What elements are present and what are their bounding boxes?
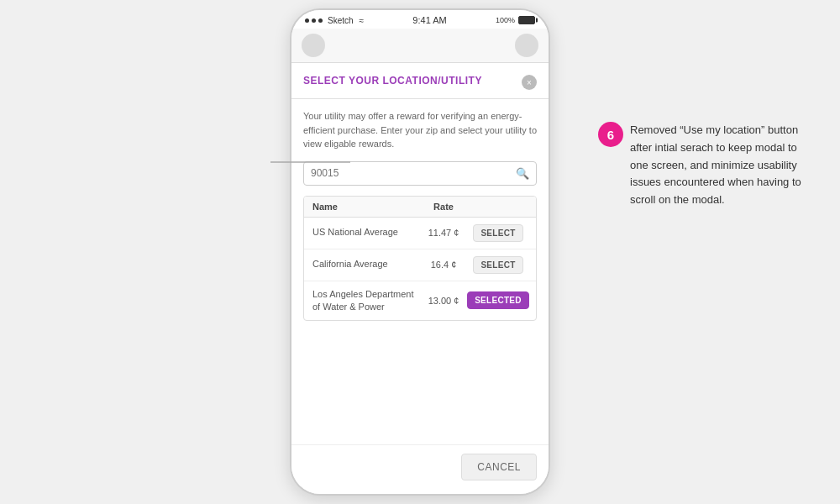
battery-pct: 100% [496,16,515,24]
search-icon: 🔍 [516,167,529,180]
status-bar: Sketch ≈ 9:41 AM 100% [291,10,549,29]
col-action-header [469,202,528,212]
app-logo [302,34,325,57]
right-status-icons: 100% [496,16,535,24]
page-wrapper: Sketch ≈ 9:41 AM 100% SELECT YOUR LOCATI… [0,0,840,504]
utility-name-1: US National Average [312,226,418,239]
modal-title: SELECT YOUR LOCATION/UTILITY [303,75,515,87]
modal-footer: CANCEL [291,444,549,494]
app-header [291,29,549,63]
annotation-block: 6 Removed “Use my location” button after… [598,122,815,209]
zip-search-input[interactable] [311,167,516,179]
table-row: California Average 16.4 ¢ SELECT [304,249,536,281]
modal-container: SELECT YOUR LOCATION/UTILITY × Your util… [291,63,549,494]
utility-rate-2: 16.4 ¢ [418,260,469,270]
sketch-label: Sketch [328,16,354,25]
cancel-button[interactable]: CANCEL [461,454,537,480]
modal-body: Your utility may offer a reward for veri… [291,99,549,444]
utility-action-3: SELECTED [469,291,528,309]
col-rate-header: Rate [418,202,469,212]
table-header: Name Rate [304,197,536,218]
annotation-text: Removed “Use my location” button after i… [630,122,815,209]
battery-icon [518,16,535,24]
utility-action-2: SELECT [469,256,528,274]
table-row: US National Average 11.47 ¢ SELECT [304,218,536,249]
select-button-1[interactable]: SELECT [473,224,522,242]
signal-dots: Sketch ≈ [305,16,364,25]
search-row: 🔍 [303,161,537,186]
selected-button-3[interactable]: SELECTED [467,291,529,309]
wifi-icon: ≈ [360,16,365,25]
col-name-header: Name [312,202,418,212]
modal-header: SELECT YOUR LOCATION/UTILITY × [291,63,549,99]
phone-frame: Sketch ≈ 9:41 AM 100% SELECT YOUR LOCATI… [290,8,550,496]
signal-dot-3 [318,18,323,23]
signal-dot-1 [305,18,309,23]
annotation-number: 6 [598,122,623,147]
utility-action-1: SELECT [469,224,528,242]
utility-rate-1: 11.47 ¢ [418,228,469,238]
select-button-2[interactable]: SELECT [473,256,522,274]
close-button[interactable]: × [522,75,537,90]
utility-name-2: California Average [312,258,418,270]
utility-name-3: Los Angeles Department of Water & Power [312,288,418,314]
app-nav-icon [515,34,538,57]
modal-description: Your utility may offer a reward for veri… [303,109,537,151]
signal-dot-2 [312,18,316,23]
table-row: Los Angeles Department of Water & Power … [304,281,536,321]
time-display: 9:41 AM [412,15,446,25]
utility-table: Name Rate US National Average 11.47 ¢ SE… [303,196,537,322]
utility-rate-3: 13.00 ¢ [418,296,469,306]
